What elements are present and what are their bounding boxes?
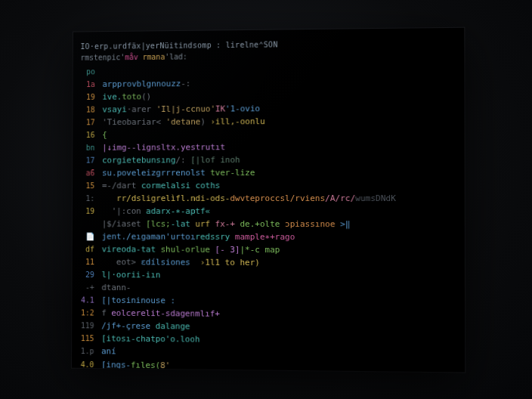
code-line[interactable]: |$/iaset [lcs;-lat urf fx-+ de.+olte ɔpi…: [80, 218, 457, 231]
code-editor-screen: IO·erp.urdfäx|yerNüitindsomp : lirelne⌃S…: [72, 28, 465, 373]
code-line[interactable]: 1: rr/dsligrelìfl.ndi-ods-dwvteproccsl/r…: [80, 192, 457, 205]
line-number: 1a: [80, 79, 102, 90]
editor-header: IO·erp.urdfäx|yerNüitindsomp : lirelne⌃S…: [81, 39, 457, 51]
line-number: 15: [80, 180, 102, 191]
code-content[interactable]: =-/dart cormelalsi coths: [102, 179, 457, 192]
line-number: 1.p: [79, 346, 101, 358]
line-number: 11: [79, 256, 101, 268]
line-number: 19: [80, 206, 102, 217]
code-line[interactable]: 17corgietebunsıng/: [|lof inoh: [80, 153, 457, 166]
code-content[interactable]: '|:con adarx-∗-aptf«: [102, 205, 457, 218]
code-content[interactable]: vireoda-tat shul-orlue [- 3]|*-c map: [102, 243, 457, 258]
line-number: 📄: [79, 231, 101, 243]
code-content[interactable]: su.poveleizgrrrenolst tver-lize: [102, 165, 456, 179]
code-content[interactable]: corgietebunsıng/: [|lof inoh: [102, 153, 456, 166]
code-line[interactable]: a6su.poveleizgrrrenolst tver-lize: [80, 165, 457, 179]
code-line[interactable]: dfvireoda-tat shul-orlue [- 3]|*-c map: [79, 243, 456, 257]
code-content[interactable]: 'Tieobariar< 'detane) ›ill,-oonlu: [102, 113, 456, 128]
line-number: 1:2: [79, 308, 101, 320]
line-number: -+: [79, 282, 101, 294]
line-number: 115: [79, 333, 101, 345]
code-content[interactable]: {: [102, 127, 456, 141]
line-number: 111: [79, 371, 101, 372]
line-number: 29: [79, 269, 101, 281]
code-content[interactable]: eot> εdílsiones ›1l1 to her): [102, 255, 457, 270]
line-number: 119: [79, 320, 101, 332]
code-body[interactable]: po1aarpprovblgnnouzz-:19ive.toto()18vsay…: [79, 63, 457, 372]
line-number: 18: [80, 104, 102, 115]
code-line[interactable]: 16{: [80, 127, 456, 141]
editor-subheader: rmstenpic'måv rmana'lad:: [80, 50, 456, 62]
line-number: a6: [80, 167, 102, 178]
code-content[interactable]: [103, 71, 457, 74]
line-number: 17: [80, 116, 102, 128]
code-content[interactable]: |$/iaset [lcs;-lat urf fx-+ de.+olte ɔpi…: [102, 218, 457, 231]
code-line[interactable]: 15=-/dart cormelalsi coths: [80, 179, 457, 193]
line-number: bn: [80, 142, 102, 153]
line-number: 17: [80, 154, 102, 165]
code-line[interactable]: 📄jent./eıgaman'urtoıredssry mample∗+rago: [79, 230, 456, 244]
code-content[interactable]: rr/dsligrelìfl.ndi-ods-dwvteproccsl/rvie…: [102, 192, 457, 205]
line-number: df: [79, 243, 101, 255]
code-content[interactable]: |↓img--lignsltx.yestrutıt: [102, 140, 456, 154]
code-content[interactable]: jent./eıgaman'urtoıredssry mample∗+rago: [102, 230, 457, 244]
code-line[interactable]: 19 '|:con adarx-∗-aptf«: [80, 205, 457, 218]
line-number: 4.0: [79, 358, 101, 370]
line-number: 1:: [80, 193, 102, 204]
code-line[interactable]: bn|↓img--lignsltx.yestrutıt: [80, 140, 456, 154]
line-number: 16: [80, 129, 102, 141]
line-number: po: [80, 66, 102, 78]
line-number: 19: [80, 91, 102, 102]
line-number: 4.1: [79, 295, 101, 307]
